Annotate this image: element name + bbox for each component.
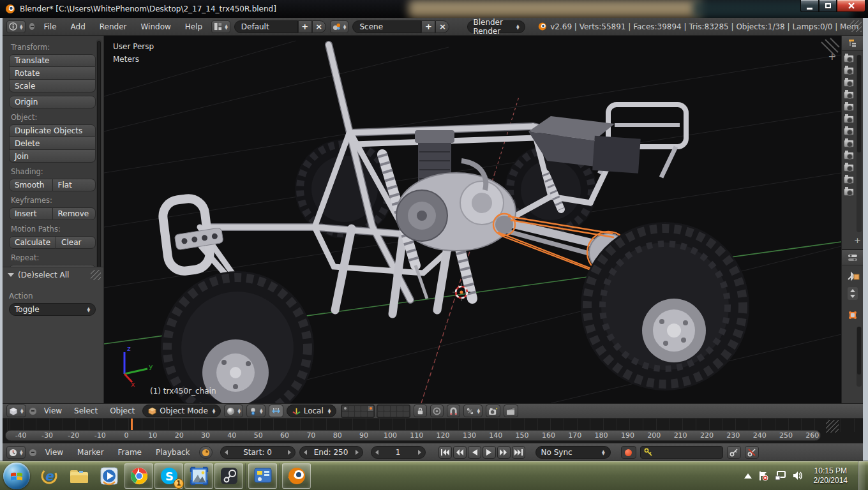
tool-button-duplicate-objects[interactable]: Duplicate Objects [9, 124, 96, 137]
outliner-scrollbar[interactable] [857, 55, 862, 232]
taskbar-system-tool[interactable] [248, 463, 277, 489]
editor-type-3dview-button[interactable]: ▲▼ [6, 405, 26, 417]
proportional-edit-toggle[interactable] [430, 405, 444, 417]
properties-scrollbar[interactable] [857, 327, 862, 387]
tl-menu-playback[interactable]: Playback [151, 448, 195, 457]
region-expand-plus[interactable]: + [828, 51, 836, 63]
context-cycle-arrows[interactable] [848, 287, 858, 300]
frame-end-field[interactable]: End: 250 [299, 446, 363, 459]
layer-cell[interactable] [403, 412, 409, 417]
taskbar-photo-viewer[interactable] [184, 463, 213, 489]
layer-cell[interactable] [397, 406, 403, 411]
header-resize-grip[interactable] [850, 20, 862, 32]
snap-toggle[interactable] [447, 405, 460, 417]
delete-scene-button[interactable]: × [435, 20, 449, 33]
layer-cell[interactable] [391, 412, 396, 417]
screen-layout-browse-button[interactable]: ▲▼ [211, 20, 230, 33]
timeline-resize-grip[interactable] [826, 420, 839, 433]
volume-icon[interactable] [793, 471, 804, 480]
viewport-shading-dropdown[interactable]: ▲▼ [224, 405, 243, 417]
tray-hidden-icons-button[interactable] [744, 473, 752, 479]
tl-menu-view[interactable]: View [40, 448, 68, 457]
tool-button-smooth[interactable]: Smooth [9, 179, 53, 191]
tool-button-delete[interactable]: Delete [9, 137, 96, 150]
maximize-button[interactable] [819, 0, 837, 12]
restrict-render-camera-icon[interactable] [844, 79, 854, 87]
tool-button-calculate[interactable]: Calculate [9, 236, 56, 249]
jump-to-end-button[interactable] [512, 446, 525, 459]
menu-render[interactable]: Render [94, 22, 132, 31]
layer-cell[interactable] [342, 412, 348, 417]
restrict-render-camera-icon[interactable] [844, 176, 854, 184]
play-reverse-button[interactable] [468, 446, 481, 459]
timeline-ruler[interactable]: -40-30-20-100102030405060708090100110120… [5, 430, 821, 441]
layer-cell[interactable] [378, 406, 384, 411]
restrict-render-camera-icon[interactable] [844, 115, 854, 123]
layer-cell[interactable] [384, 406, 390, 411]
menu-window[interactable]: Window [136, 22, 176, 31]
keying-set-field[interactable] [640, 446, 723, 459]
object-context-icon[interactable] [846, 309, 859, 322]
taskbar-internet-explorer[interactable]: e [34, 463, 63, 489]
use-preview-range-toggle[interactable] [199, 446, 213, 459]
menu-file[interactable]: File [38, 22, 61, 31]
restrict-render-camera-icon[interactable] [844, 164, 854, 172]
layers-widget[interactable] [341, 405, 410, 418]
restrict-render-camera-icon[interactable] [844, 55, 854, 63]
sync-dropdown[interactable]: No Sync▲▼ [535, 446, 611, 459]
collapse-menus-icon[interactable] [29, 449, 36, 456]
vp-menu-select[interactable]: Select [70, 406, 102, 415]
close-button[interactable] [837, 0, 865, 12]
render-opengl-anim-button[interactable] [504, 405, 518, 417]
timeline-editor[interactable]: -40-30-20-100102030405060708090100110120… [3, 419, 863, 443]
manipulator-toggle[interactable] [269, 405, 283, 417]
tool-button-flat[interactable]: Flat [53, 179, 96, 191]
restrict-render-camera-icon[interactable] [844, 152, 854, 160]
tool-button-scale[interactable]: Scale [9, 80, 96, 93]
layer-cell[interactable] [348, 406, 354, 411]
jump-prev-keyframe-button[interactable] [453, 446, 467, 459]
mode-dropdown[interactable]: Object Mode▲▼ [142, 405, 221, 417]
restrict-render-camera-icon[interactable] [844, 103, 854, 111]
properties-editor[interactable] [842, 250, 863, 403]
tool-button-join[interactable]: Join [9, 150, 96, 163]
jump-next-keyframe-button[interactable] [497, 446, 511, 459]
tool-button-rotate[interactable]: Rotate [9, 67, 96, 80]
scene-browse-button[interactable]: ▲▼ [330, 20, 349, 33]
taskbar-skype[interactable]: S 1 [154, 463, 183, 489]
layer-cell[interactable] [361, 412, 367, 417]
restrict-render-camera-icon[interactable] [844, 91, 854, 99]
collapse-menus-icon[interactable] [29, 408, 36, 415]
render-engine-dropdown[interactable]: Blender Render▲▼ [467, 20, 525, 33]
orientation-dropdown[interactable]: Local▲▼ [287, 405, 337, 417]
taskbar-blender[interactable] [282, 463, 311, 489]
scene-name[interactable]: Scene [352, 20, 421, 33]
layer-cell[interactable] [378, 412, 384, 417]
restrict-render-camera-icon[interactable] [844, 67, 854, 75]
outliner-editor[interactable]: + [842, 36, 863, 250]
tool-shelf-scrollbar[interactable] [96, 40, 101, 300]
action-dropdown[interactable]: Toggle▲▼ [9, 303, 96, 316]
insert-keyframe-button[interactable] [727, 446, 741, 459]
viewport-3d[interactable]: User Persp Meters (1) trx450r_chain z y … [104, 36, 841, 403]
outliner-expand-plus[interactable]: + [854, 235, 861, 245]
screen-layout-name[interactable]: Default [234, 20, 298, 33]
delete-layout-button[interactable]: × [312, 20, 326, 33]
taskbar-windows-explorer[interactable] [64, 463, 93, 489]
menu-help[interactable]: Help [180, 22, 207, 31]
taskbar-clock[interactable]: 10:15 PM 2/20/2014 [810, 466, 851, 486]
frame-start-field[interactable]: Start: 0 [220, 446, 296, 459]
show-desktop-button[interactable] [858, 461, 865, 490]
current-frame-field[interactable]: 1 [371, 446, 426, 459]
menu-add[interactable]: Add [66, 22, 91, 31]
snap-element-dropdown[interactable]: ▲▼ [463, 405, 483, 417]
layer-cell[interactable] [361, 406, 367, 411]
properties-header[interactable] [842, 250, 863, 265]
add-scene-button[interactable]: + [421, 20, 435, 33]
editor-type-timeline-button[interactable]: ▲▼ [6, 446, 26, 459]
add-layout-button[interactable]: + [298, 20, 312, 33]
layer-cell[interactable] [342, 406, 348, 411]
jump-to-start-button[interactable] [438, 446, 452, 459]
collapse-menus-icon[interactable] [29, 23, 35, 30]
tool-button-insert[interactable]: Insert [9, 207, 53, 220]
